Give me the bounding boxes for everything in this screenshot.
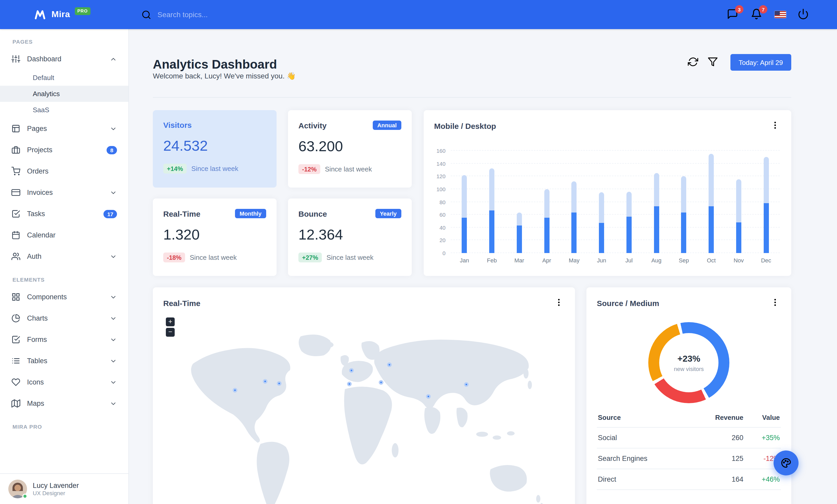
sidebar-item-tables[interactable]: Tables: [0, 350, 128, 372]
y-axis-tick: 40: [440, 224, 446, 231]
period-badge: Monthly: [235, 209, 266, 218]
chevron-down-icon: [110, 293, 117, 301]
sidebar-item-calendar[interactable]: Calendar: [0, 224, 128, 246]
briefcase-icon: [12, 146, 20, 154]
bar-segment-desktop: [489, 169, 494, 210]
brand-logo-link[interactable]: Mira PRO: [33, 0, 90, 29]
chevron-down-icon: [110, 315, 117, 322]
x-axis-tick: Mar: [505, 257, 533, 263]
sidebar-item-saas[interactable]: SaaS: [0, 102, 128, 118]
bar-segment-desktop: [654, 173, 659, 206]
bar-segment-mobile: [709, 206, 714, 253]
map-marker[interactable]: [347, 381, 352, 386]
search-input[interactable]: [157, 10, 292, 19]
sidebar-item-icons[interactable]: Icons: [0, 372, 128, 393]
bar-segment-mobile: [517, 225, 522, 253]
map-marker[interactable]: [349, 368, 354, 373]
top-navbar: Mira PRO 3 7: [0, 0, 837, 29]
bar-segment-mobile: [736, 222, 741, 253]
sidebar-user-footer[interactable]: Lucy Lavender UX Designer: [0, 473, 128, 504]
sidebar-item-label: Tasks: [27, 210, 45, 218]
chevron-down-icon: [110, 125, 117, 132]
map-marker[interactable]: [277, 381, 282, 386]
card-title: Mobile / Desktop: [434, 121, 496, 130]
stat-title: Real-Time: [163, 209, 200, 218]
sidebar-item-components[interactable]: Components: [0, 286, 128, 307]
more-vertical-icon: [770, 298, 780, 307]
y-axis-tick: 20: [440, 237, 446, 243]
bar-segment-desktop: [709, 154, 714, 206]
sidebar-item-maps[interactable]: Maps: [0, 393, 128, 414]
language-flag-button[interactable]: [774, 11, 786, 18]
heart-icon: [12, 378, 20, 387]
x-axis-tick: Feb: [478, 257, 506, 263]
world-map: [153, 324, 575, 504]
column-header-source: Source: [597, 408, 690, 427]
projects-count-badge: 8: [107, 146, 117, 154]
theme-settings-fab[interactable]: [773, 450, 799, 475]
bar-column: [615, 151, 643, 253]
bar-column: [752, 151, 780, 253]
user-role: UX Designer: [33, 490, 79, 497]
sidebar-item-dashboard[interactable]: Dashboard: [0, 48, 128, 70]
notifications-button[interactable]: 7: [751, 8, 763, 21]
y-axis-tick: 120: [437, 173, 446, 180]
messages-count-badge: 3: [735, 5, 744, 14]
sign-out-button[interactable]: [798, 8, 810, 21]
map-marker[interactable]: [379, 380, 384, 385]
card-menu-button[interactable]: [770, 120, 781, 131]
map-marker[interactable]: [387, 362, 392, 367]
cell-source: Direct: [597, 469, 690, 490]
stat-change-badge: -12%: [298, 164, 320, 174]
refresh-button[interactable]: [688, 57, 699, 68]
sidebar-item-forms[interactable]: Forms: [0, 329, 128, 350]
card-menu-button[interactable]: [770, 298, 781, 308]
grid-icon: [12, 293, 20, 301]
chevron-down-icon: [110, 378, 117, 386]
y-axis-tick: 140: [437, 160, 446, 167]
sidebar-item-charts[interactable]: Charts: [0, 307, 128, 329]
sidebar-item-label: Auth: [27, 253, 41, 260]
bar-segment-mobile: [763, 203, 769, 253]
chevron-down-icon: [110, 336, 117, 343]
sidebar-item-orders[interactable]: Orders: [0, 161, 128, 182]
stat-change-badge: +27%: [298, 253, 322, 262]
x-axis-tick: Aug: [643, 257, 670, 263]
bar-segment-mobile: [599, 223, 604, 253]
bar-column: [698, 151, 725, 253]
map-marker[interactable]: [233, 388, 237, 393]
y-axis-tick: 160: [437, 148, 446, 154]
source-medium-card: Source / Medium +23% new visitors Source…: [586, 287, 791, 504]
stat-caption: Since last week: [191, 165, 238, 172]
table-header-row: Source Revenue Value: [597, 408, 781, 427]
bar-column: [451, 151, 478, 253]
sidebar-item-invoices[interactable]: Invoices: [0, 182, 128, 203]
messages-button[interactable]: 3: [727, 8, 739, 21]
y-axis-tick: 0: [442, 250, 446, 256]
bar-column: [588, 151, 616, 253]
map-marker[interactable]: [426, 394, 431, 399]
page-title: Analytics Dashboard: [153, 57, 277, 72]
y-axis-tick: 60: [440, 211, 446, 218]
bar-segment-mobile: [544, 218, 549, 253]
activity-stat-card: Activity Annual 63.200 -12% Since last w…: [288, 110, 412, 188]
sidebar-item-tasks[interactable]: Tasks 17: [0, 203, 128, 224]
donut-percent: +23%: [677, 354, 700, 364]
cell-value: +46%: [745, 469, 781, 490]
card-menu-button[interactable]: [554, 298, 565, 308]
sidebar-item-pages[interactable]: Pages: [0, 118, 128, 139]
date-range-button[interactable]: Today: April 29: [730, 54, 791, 71]
credit-card-icon: [12, 188, 20, 197]
avatar[interactable]: [8, 480, 27, 498]
sidebar-item-analytics[interactable]: Analytics: [0, 86, 128, 102]
map-marker[interactable]: [464, 382, 469, 387]
sidebar-item-default[interactable]: Default: [0, 70, 128, 86]
sidebar-item-projects[interactable]: Projects 8: [0, 139, 128, 161]
bounce-stat-card: Bounce Yearly 12.364 +27% Since last wee…: [288, 199, 412, 276]
online-status-dot: [22, 493, 28, 499]
sidebar-item-auth[interactable]: Auth: [0, 246, 128, 267]
stat-value: 12.364: [298, 226, 401, 243]
chevron-down-icon: [110, 357, 117, 365]
map-marker[interactable]: [263, 379, 267, 384]
filter-button[interactable]: [707, 57, 719, 68]
